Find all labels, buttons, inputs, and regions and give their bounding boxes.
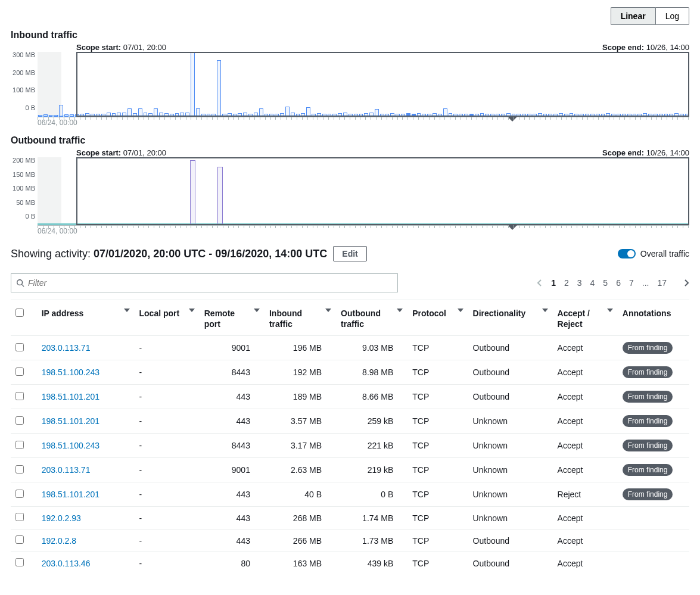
table-row: 198.51.101.201-4433.57 MB259 kBTCPUnknow…	[11, 409, 689, 434]
inbound-y-axis: 300 MB 200 MB 100 MB 0 B	[11, 52, 38, 117]
svg-point-0	[17, 280, 23, 285]
col-ip[interactable]: IP address	[42, 309, 84, 319]
sort-icon[interactable]	[189, 309, 195, 312]
ip-link[interactable]: 198.51.101.201	[42, 416, 99, 426]
pager-page[interactable]: 2	[564, 278, 569, 288]
ip-link[interactable]: 192.0.2.8	[42, 536, 76, 546]
pager-prev-icon[interactable]	[537, 279, 543, 287]
cell-remote-port: 443	[200, 409, 265, 434]
col-direction[interactable]: Directionality	[473, 309, 526, 319]
traffic-table: IP address Local port Remote port Inboun…	[11, 303, 689, 574]
row-checkbox[interactable]	[15, 490, 24, 498]
outbound-chart-area[interactable]	[38, 157, 689, 226]
bar	[259, 108, 263, 117]
ip-link[interactable]: 198.51.100.243	[42, 441, 99, 450]
pager-next-icon[interactable]	[683, 279, 689, 287]
inbound-chart-area[interactable]	[38, 52, 689, 117]
col-local-port[interactable]: Local port	[139, 309, 180, 319]
ip-link[interactable]: 198.51.100.243	[42, 367, 99, 377]
inbound-x-origin: 06/24, 00:00	[38, 119, 689, 127]
bar	[154, 108, 158, 117]
sort-icon[interactable]	[458, 309, 463, 312]
row-checkbox[interactable]	[15, 558, 24, 566]
ip-link[interactable]: 192.0.2.93	[42, 513, 81, 523]
sort-icon[interactable]	[607, 309, 613, 312]
scale-log-button[interactable]: Log	[655, 7, 689, 25]
sort-icon[interactable]	[325, 309, 331, 312]
cell-outbound: 8.66 MB	[336, 385, 407, 409]
bar	[306, 107, 310, 117]
pager: 1234567...17	[537, 278, 689, 288]
pager-page[interactable]: 17	[657, 278, 667, 288]
row-checkbox[interactable]	[15, 416, 24, 425]
cell-inbound: 189 MB	[265, 385, 336, 409]
sort-icon[interactable]	[254, 309, 260, 312]
col-remote-port[interactable]: Remote port	[204, 309, 248, 329]
table-row: 203.0.113.71-90012.63 MB219 kBTCPUnknown…	[11, 458, 689, 482]
pager-page[interactable]: 7	[629, 278, 634, 288]
table-row: 198.51.101.201-44340 B0 BTCPUnknownRejec…	[11, 482, 689, 507]
pager-page[interactable]: 4	[590, 278, 595, 288]
cell-protocol: TCP	[407, 482, 468, 507]
pager-page[interactable]: 6	[616, 278, 621, 288]
col-annotations[interactable]: Annotations	[623, 309, 671, 319]
cell-direction: Outbound	[468, 360, 553, 385]
bar	[117, 113, 121, 117]
row-checkbox[interactable]	[15, 513, 24, 521]
row-checkbox[interactable]	[15, 392, 24, 400]
pager-page[interactable]: 1	[551, 278, 556, 288]
overall-traffic-toggle[interactable]: Overall traffic	[618, 249, 689, 258]
select-all-checkbox[interactable]	[15, 309, 24, 317]
pager-page[interactable]: 5	[603, 278, 608, 288]
toggle-switch-icon[interactable]	[618, 249, 636, 258]
ip-link[interactable]: 203.0.113.71	[42, 343, 91, 353]
cell-direction: Outbound	[468, 552, 553, 575]
col-outbound[interactable]: Outbound traffic	[341, 309, 391, 329]
row-checkbox[interactable]	[15, 441, 24, 449]
inbound-chart[interactable]: 300 MB 200 MB 100 MB 0 B	[11, 52, 689, 117]
cell-inbound: 196 MB	[265, 336, 336, 360]
sort-icon[interactable]	[124, 309, 130, 312]
cell-annotations	[618, 507, 689, 529]
ip-link[interactable]: 203.0.113.46	[42, 559, 91, 568]
cell-inbound: 266 MB	[265, 529, 336, 552]
cell-inbound: 3.57 MB	[265, 409, 336, 434]
cell-protocol: TCP	[407, 529, 468, 552]
row-checkbox[interactable]	[15, 465, 24, 473]
ip-link[interactable]: 198.51.101.201	[42, 392, 99, 401]
ip-link[interactable]: 198.51.101.201	[42, 490, 99, 499]
col-accept-reject[interactable]: Accept / Reject	[558, 309, 601, 329]
filter-pager-row: 1234567...17	[11, 267, 689, 300]
pager-page[interactable]: 3	[577, 278, 582, 288]
filter-box[interactable]	[11, 273, 398, 292]
cell-outbound: 0 B	[336, 482, 407, 507]
scale-linear-button[interactable]: Linear	[611, 7, 655, 25]
row-checkbox[interactable]	[15, 367, 24, 376]
filter-input[interactable]	[28, 278, 393, 288]
col-protocol[interactable]: Protocol	[412, 309, 446, 319]
row-checkbox[interactable]	[15, 535, 24, 544]
cell-protocol: TCP	[407, 507, 468, 529]
col-inbound[interactable]: Inbound traffic	[269, 309, 319, 329]
ip-link[interactable]: 203.0.113.71	[42, 465, 91, 475]
sort-icon[interactable]	[542, 309, 548, 312]
bar	[285, 107, 290, 117]
cell-direction: Unknown	[468, 482, 553, 507]
outbound-chart[interactable]: 200 MB 150 MB 100 MB 50 MB 0 B	[11, 157, 689, 226]
bar	[191, 52, 195, 117]
svg-line-1	[22, 285, 24, 287]
cell-accept-reject: Accept	[553, 360, 618, 385]
edit-button[interactable]: Edit	[333, 246, 366, 261]
cell-annotations	[618, 529, 689, 552]
cell-annotations: From finding	[618, 434, 689, 458]
from-finding-badge: From finding	[623, 415, 673, 427]
cell-inbound: 163 MB	[265, 552, 336, 575]
cell-accept-reject: Accept	[553, 336, 618, 360]
row-checkbox[interactable]	[15, 343, 24, 351]
bar	[217, 60, 221, 117]
cell-outbound: 259 kB	[336, 409, 407, 434]
cell-remote-port: 8443	[200, 434, 265, 458]
cell-inbound: 3.17 MB	[265, 434, 336, 458]
sort-icon[interactable]	[397, 309, 403, 312]
cell-remote-port: 443	[200, 507, 265, 529]
